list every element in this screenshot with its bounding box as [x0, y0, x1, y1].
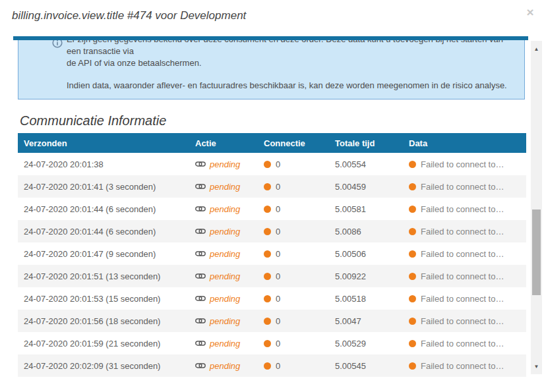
- table-row: 24-07-2020 20:01:51 (13 seconden) pendin…: [18, 265, 526, 287]
- modal-body-scroll-area[interactable]: Er zijn geen gegevens bekend over deze c…: [13, 36, 528, 379]
- cell-data: Failed to connect to…: [403, 339, 526, 349]
- cell-actie[interactable]: pending: [189, 316, 258, 326]
- column-header-totale-tijd: Totale tijd: [329, 138, 403, 148]
- link-icon: [195, 271, 206, 281]
- orange-dot-icon: [409, 318, 416, 325]
- data-message: Failed to connect to…: [421, 227, 504, 237]
- orange-dot-icon: [409, 295, 416, 302]
- info-alert: Er zijn geen gegevens bekend over deze c…: [18, 36, 525, 99]
- cell-actie[interactable]: pending: [189, 361, 258, 371]
- scrollbar-up-arrow-icon[interactable]: ▲: [531, 45, 542, 54]
- connectie-count: 0: [276, 361, 280, 371]
- link-icon: [195, 227, 206, 237]
- cell-connectie: 0: [258, 227, 329, 237]
- cell-data: Failed to connect to…: [403, 227, 526, 237]
- table-row: 24-07-2020 20:01:44 (6 seconden) pending…: [18, 220, 526, 242]
- cell-verzonden: 24-07-2020 20:01:59 (21 seconden): [18, 339, 189, 349]
- cell-verzonden: 24-07-2020 20:01:44 (6 seconden): [18, 227, 189, 237]
- link-icon: [195, 294, 206, 304]
- link-icon: [195, 204, 206, 214]
- cell-connectie: 0: [258, 159, 329, 169]
- pending-status-label: pending: [210, 294, 240, 304]
- orange-dot-icon: [409, 228, 416, 235]
- cell-verzonden: 24-07-2020 20:02:09 (31 seconden): [18, 361, 189, 371]
- modal-title: billing.invoice.view.title #474 voor Dev…: [12, 9, 246, 22]
- connectie-count: 0: [276, 316, 280, 326]
- cell-data: Failed to connect to…: [403, 204, 526, 214]
- orange-dot-icon: [264, 250, 271, 258]
- cell-verzonden: 24-07-2020 20:01:56 (18 seconden): [18, 316, 189, 326]
- cell-connectie: 0: [258, 339, 329, 349]
- cell-verzonden: 24-07-2020 20:01:44 (6 seconden): [18, 204, 189, 214]
- cell-totale-tijd: 5.0047: [329, 316, 403, 326]
- orange-dot-icon: [264, 228, 271, 235]
- cell-actie[interactable]: pending: [189, 227, 258, 237]
- cell-verzonden: 24-07-2020 20:01:41 (3 seconden): [18, 182, 189, 192]
- orange-dot-icon: [264, 161, 271, 168]
- pending-status-label: pending: [210, 204, 240, 214]
- cell-totale-tijd: 5.00518: [329, 294, 403, 304]
- orange-dot-icon: [409, 161, 416, 168]
- connectie-count: 0: [276, 294, 280, 304]
- cell-data: Failed to connect to…: [403, 361, 526, 371]
- orange-dot-icon: [409, 183, 416, 190]
- table-row: 24-07-2020 20:01:56 (18 seconden) pendin…: [18, 310, 526, 332]
- orange-dot-icon: [264, 183, 271, 190]
- pending-status-label: pending: [210, 339, 240, 349]
- cell-actie[interactable]: pending: [189, 339, 258, 349]
- scrollbar-down-arrow-icon[interactable]: ▼: [531, 362, 542, 372]
- alert-paragraph-2: Indien data, waaronder aflever- en factu…: [67, 80, 512, 92]
- table-header-row: Verzonden Actie Connectie Totale tijd Da…: [18, 133, 526, 153]
- modal-body-content: Er zijn geen gegevens bekend over deze c…: [13, 36, 528, 379]
- data-message: Failed to connect to…: [421, 339, 504, 349]
- cell-actie[interactable]: pending: [189, 182, 258, 192]
- cell-totale-tijd: 5.0086: [329, 227, 403, 237]
- table-body: 24-07-2020 20:01:38 pending 0 5.00554 Fa…: [18, 153, 526, 379]
- connectie-count: 0: [276, 227, 280, 237]
- link-icon: [195, 316, 206, 326]
- link-icon: [195, 159, 206, 169]
- data-message: Failed to connect to…: [421, 159, 504, 169]
- orange-dot-icon: [264, 362, 271, 370]
- orange-dot-icon: [264, 318, 271, 325]
- scrollbar-thumb[interactable]: [532, 210, 541, 295]
- link-icon: [195, 361, 206, 371]
- data-message: Failed to connect to…: [421, 294, 504, 304]
- connectie-count: 0: [276, 271, 280, 281]
- cell-connectie: 0: [258, 182, 329, 192]
- cell-data: Failed to connect to…: [403, 249, 526, 259]
- section-heading: Communicatie Informatie: [20, 113, 528, 128]
- cell-connectie: 0: [258, 249, 329, 259]
- cell-actie[interactable]: pending: [189, 159, 258, 169]
- table-row: 24-07-2020 20:01:41 (3 seconden) pending…: [18, 175, 526, 198]
- close-icon[interactable]: ×: [523, 5, 537, 20]
- cell-totale-tijd: 5.00459: [329, 182, 403, 192]
- column-header-connectie: Connectie: [258, 138, 329, 148]
- table-row: 24-07-2020 20:01:44 (6 seconden) pending…: [18, 198, 526, 220]
- scrollbar-track[interactable]: ▲ ▼: [531, 41, 542, 374]
- cell-actie[interactable]: pending: [189, 249, 258, 259]
- connectie-count: 0: [276, 204, 280, 214]
- cell-actie[interactable]: pending: [189, 204, 258, 214]
- table-row: 24-07-2020 20:02:15 (37 seconden) pendin…: [18, 377, 526, 379]
- alert-line-2: de API of via onze betaalschermen.: [67, 58, 202, 68]
- cell-data: Failed to connect to…: [403, 182, 526, 192]
- cell-verzonden: 24-07-2020 20:01:51 (13 seconden): [18, 271, 189, 281]
- communication-table: Verzonden Actie Connectie Totale tijd Da…: [18, 133, 526, 379]
- cell-verzonden: 24-07-2020 20:01:47 (9 seconden): [18, 249, 189, 259]
- link-icon: [195, 182, 206, 192]
- table-row: 24-07-2020 20:01:47 (9 seconden) pending…: [18, 242, 526, 265]
- table-row: 24-07-2020 20:01:38 pending 0 5.00554 Fa…: [18, 153, 526, 175]
- orange-dot-icon: [409, 250, 416, 258]
- alert-paragraph-1: Er zijn geen gegevens bekend over deze c…: [67, 36, 512, 69]
- orange-dot-icon: [264, 295, 271, 302]
- cell-actie[interactable]: pending: [189, 271, 258, 281]
- cell-actie[interactable]: pending: [189, 294, 258, 304]
- cell-data: Failed to connect to…: [403, 271, 526, 281]
- cell-data: Failed to connect to…: [403, 159, 526, 169]
- data-message: Failed to connect to…: [421, 361, 504, 371]
- connectie-count: 0: [276, 159, 280, 169]
- data-message: Failed to connect to…: [421, 249, 504, 259]
- cell-verzonden: 24-07-2020 20:01:53 (15 seconden): [18, 294, 189, 304]
- cell-totale-tijd: 5.00554: [329, 159, 403, 169]
